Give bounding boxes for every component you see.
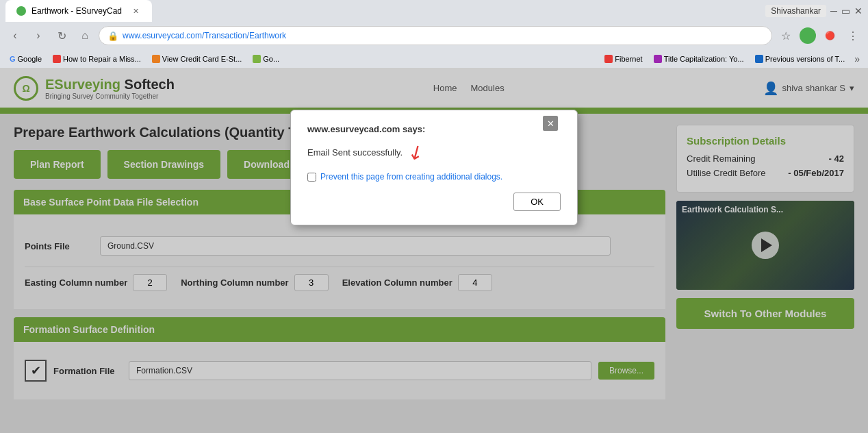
user-name: Shivashankar bbox=[765, 5, 826, 17]
dialog-ok-button[interactable]: OK bbox=[513, 193, 561, 211]
tab-title: Earthwork - ESurveyCad bbox=[31, 6, 122, 16]
bookmark-fibernet[interactable]: Fibernet bbox=[600, 53, 646, 64]
browser-tab[interactable]: Earthwork - ESurveyCad ✕ bbox=[5, 0, 152, 22]
bookmark-repair[interactable]: How to Repair a Miss... bbox=[49, 53, 145, 64]
extensions-button[interactable]: 🔴 bbox=[820, 26, 839, 45]
dialog-checkbox[interactable] bbox=[307, 173, 316, 182]
bookmark-icon bbox=[152, 55, 160, 63]
profile-icon bbox=[800, 27, 816, 44]
bookmark-prev-versions[interactable]: Previous versions of T... bbox=[751, 53, 850, 64]
close-window-button[interactable]: ✕ bbox=[854, 5, 863, 16]
bookmark-label: View Credit Card E-St... bbox=[162, 55, 242, 63]
dialog-checkbox-label: Prevent this page from creating addition… bbox=[320, 172, 502, 182]
bookmark-credit-card[interactable]: View Credit Card E-St... bbox=[148, 53, 246, 64]
bookmark-button[interactable]: ☆ bbox=[776, 26, 795, 45]
reload-button[interactable]: ↻ bbox=[52, 26, 71, 45]
bookmark-icon bbox=[755, 55, 763, 63]
restore-button[interactable]: ▭ bbox=[841, 5, 850, 16]
bookmark-label: Go... bbox=[263, 55, 279, 63]
dialog-overlay: ✕ www.esurveycad.com says: Email Sent su… bbox=[0, 69, 868, 433]
dialog-box: ✕ www.esurveycad.com says: Email Sent su… bbox=[290, 110, 578, 225]
bookmark-icon bbox=[604, 55, 613, 63]
bookmark-icon bbox=[53, 55, 61, 63]
back-button[interactable]: ‹ bbox=[5, 26, 25, 45]
address-bar[interactable]: 🔒 www.esurveycad.com/Transaction/Earthwo… bbox=[99, 26, 772, 45]
bookmarks-bar: G Google How to Repair a Miss... View Cr… bbox=[0, 49, 868, 69]
bookmark-label: Fibernet bbox=[615, 55, 642, 63]
bookmark-label: Google bbox=[18, 55, 42, 63]
minimize-button[interactable]: ─ bbox=[830, 5, 837, 16]
more-bookmarks[interactable]: » bbox=[852, 53, 863, 64]
dialog-message-text: Email Sent successfully. bbox=[307, 147, 403, 158]
address-bar-row: ‹ › ↻ ⌂ 🔒 www.esurveycad.com/Transaction… bbox=[0, 22, 868, 49]
page-content: Ω ESurveying Softech Bringing Survey Com… bbox=[0, 69, 868, 433]
bookmark-icon bbox=[654, 55, 662, 63]
bookmark-label: Title Capitalization: Yo... bbox=[664, 55, 744, 63]
dialog-title: www.esurveycad.com says: bbox=[307, 124, 561, 134]
bookmark-google[interactable]: G Google bbox=[5, 53, 46, 64]
bookmark-label: Previous versions of T... bbox=[765, 55, 845, 63]
bookmark-title-cap[interactable]: Title Capitalization: Yo... bbox=[650, 53, 748, 64]
favicon bbox=[16, 6, 26, 16]
title-bar: Earthwork - ESurveyCad ✕ Shivashankar ─ … bbox=[0, 0, 868, 22]
dialog-checkbox-row: Prevent this page from creating addition… bbox=[307, 172, 561, 182]
menu-button[interactable]: ⋮ bbox=[843, 26, 863, 45]
home-button[interactable]: ⌂ bbox=[75, 26, 94, 45]
url-text: www.esurveycad.com/Transaction/Earthwork bbox=[123, 31, 286, 40]
bookmark-icon bbox=[253, 55, 261, 63]
tab-close-button[interactable]: ✕ bbox=[130, 5, 141, 16]
bookmark-label: How to Repair a Miss... bbox=[63, 55, 141, 63]
dialog-close-button[interactable]: ✕ bbox=[543, 116, 558, 131]
forward-button[interactable]: › bbox=[29, 26, 48, 45]
bookmark-go[interactable]: Go... bbox=[248, 53, 283, 64]
dialog-arrow-icon: ↙ bbox=[403, 138, 428, 166]
dialog-button-row: OK bbox=[307, 193, 561, 211]
dialog-message: Email Sent successfully. ↙ bbox=[307, 141, 561, 164]
